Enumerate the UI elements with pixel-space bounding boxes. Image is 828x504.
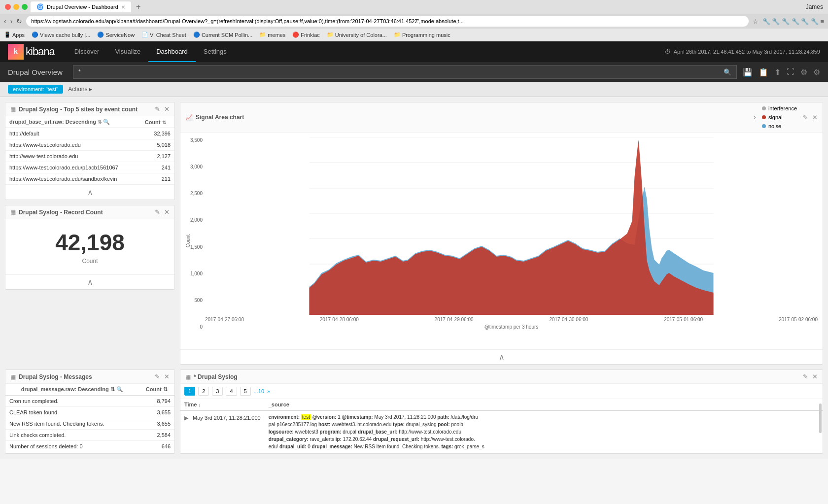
kibana-navbar: k kibana Discover Visualize Dashboard Se… <box>0 41 828 62</box>
bookmark-memes[interactable]: 📁 memes <box>259 32 285 38</box>
active-filter[interactable]: environment: "test" <box>8 85 63 94</box>
refresh-button[interactable]: ↻ <box>16 17 22 25</box>
env-highlight: test <box>301 414 311 420</box>
syslog-pencil-icon[interactable]: ✎ <box>803 373 808 380</box>
nav-dashboard[interactable]: Dashboard <box>148 41 196 62</box>
settings-icon[interactable]: ⚙ <box>800 67 807 77</box>
sort-icon[interactable]: ⇅ <box>98 119 102 125</box>
count-cell: 8,794 <box>138 396 174 407</box>
msg-sort-icon[interactable]: ⇅ <box>110 386 115 392</box>
back-button[interactable]: ‹ <box>4 17 6 25</box>
legend-noise: noise <box>762 123 797 129</box>
signal-chart-header: 📈 Signal Area chart › interference signa… <box>180 102 823 133</box>
msg-count-header[interactable]: Count ⇅ <box>138 384 174 396</box>
chart-area: 3,500 3,000 2,500 2,000 1,500 1,000 500 … <box>180 133 823 349</box>
nav-visualize[interactable]: Visualize <box>107 41 148 62</box>
options-icon[interactable]: ⚙ <box>813 67 820 77</box>
collapse-record-count[interactable]: ∧ <box>5 274 174 289</box>
url-input[interactable] <box>26 16 748 27</box>
expand-row-icon[interactable]: ▶ <box>184 415 188 421</box>
count-cell: 646 <box>138 441 174 452</box>
nav-discover[interactable]: Discover <box>67 41 107 62</box>
chart-pencil-icon[interactable]: ✎ <box>803 114 808 121</box>
messages-close-icon[interactable]: ✕ <box>164 373 170 380</box>
panel-grid-icon: ▦ <box>10 106 16 113</box>
bookmark-views-cache[interactable]: 🔵 Views cache bully |... <box>32 32 90 38</box>
msg-count-sort[interactable]: ⇅ <box>163 386 168 392</box>
music-icon: 📁 <box>394 32 401 38</box>
bookmark-vi-cheat-sheet[interactable]: 📄 Vi Cheat Sheet <box>141 32 186 38</box>
count-value: 42,198 <box>15 229 165 256</box>
collapse-chart[interactable]: ∧ <box>180 349 823 364</box>
next-page-button[interactable]: » <box>267 388 270 394</box>
page-2-button[interactable]: 2 <box>198 387 209 396</box>
dashboard-search-input[interactable] <box>78 68 724 75</box>
bookmark-apps[interactable]: 📱 Apps <box>4 32 25 38</box>
new-tab-button[interactable]: + <box>136 2 140 11</box>
legend-interference: interference <box>762 105 797 111</box>
url-column-header[interactable]: drupal_base_url.raw: Descending ⇅ 🔍 <box>5 116 141 128</box>
noise-dot <box>762 124 766 128</box>
maximize-button[interactable] <box>22 4 28 10</box>
close-panel-icon[interactable]: ✕ <box>164 105 170 113</box>
count-sort-icon[interactable]: ⇅ <box>162 120 166 125</box>
top-sites-title: Drupal Syslog - Top 5 sites by event cou… <box>19 106 155 113</box>
messages-title: Drupal Syslog - Messages <box>19 373 155 380</box>
message-col-header[interactable]: drupal_message.raw: Descending ⇅ 🔍 <box>5 384 138 396</box>
table-row: Link checks completed. 2,584 <box>5 430 174 441</box>
save-dashboard-icon[interactable]: 💾 <box>743 67 753 77</box>
close-button[interactable] <box>5 4 11 10</box>
x-label-0: 2017-04-27 06:00 <box>205 317 244 322</box>
kibana-logo[interactable]: k kibana <box>8 44 55 60</box>
pencil-icon[interactable]: ✎ <box>155 105 160 113</box>
y-label-0: 0 <box>200 324 203 330</box>
fullscreen-icon[interactable]: ⛶ <box>787 67 794 77</box>
minimize-button[interactable] <box>13 4 19 10</box>
page-10-button[interactable]: ...10 <box>254 388 264 394</box>
tab-close-icon[interactable]: ✕ <box>121 4 125 10</box>
bookmark-servicenow[interactable]: 🔵 ServiceNow <box>97 32 135 38</box>
forward-button[interactable]: › <box>10 17 13 25</box>
share-icon[interactable]: ⬆ <box>774 67 781 77</box>
dashboard-search-bar[interactable]: 🔍 <box>73 65 737 79</box>
chart-close-icon[interactable]: ✕ <box>812 114 818 121</box>
collapse-top-sites[interactable]: ∧ <box>5 185 174 200</box>
apps-icon: 📱 <box>4 32 11 38</box>
messages-pencil-icon[interactable]: ✎ <box>155 373 160 380</box>
table-row: http://www-test.colorado.edu 2,127 <box>5 151 174 162</box>
page-5-button[interactable]: 5 <box>240 387 251 396</box>
bookmark-frinkiac[interactable]: 🔴 Frinkiac <box>292 32 320 38</box>
messages-panel-icon: ▦ <box>10 373 16 380</box>
y-label-3500: 3,500 <box>190 137 203 143</box>
page-3-button[interactable]: 3 <box>212 387 223 396</box>
pencil-icon2[interactable]: ✎ <box>155 208 160 216</box>
scrollbar-indicator[interactable] <box>819 403 822 433</box>
y-label-500: 500 <box>194 298 203 303</box>
page-4-button[interactable]: 4 <box>226 387 237 396</box>
actions-button[interactable]: Actions ▸ <box>68 86 92 93</box>
bookmark-programming-music[interactable]: 📁 Programming music <box>394 32 450 38</box>
syslog-row: ▶ May 3rd 2017, 11:28:21.000 environment… <box>180 410 823 453</box>
time-column-header[interactable]: Time ↓ <box>180 399 265 410</box>
bookmark-university[interactable]: 📁 University of Colora... <box>327 32 387 38</box>
load-icon[interactable]: 📋 <box>759 67 768 77</box>
bottom-area: ▦ Drupal Syslog - Messages ✎ ✕ drupal_me… <box>0 370 828 459</box>
browser-tab[interactable]: 🌀 Drupal Overview - Dashboard ✕ <box>31 1 131 12</box>
legend-toggle-icon[interactable]: › <box>754 113 756 121</box>
messages-actions: ✎ ✕ <box>155 373 170 380</box>
bookmark-scm[interactable]: 🔵 Current SCM Pollin... <box>193 32 252 38</box>
msg-search-icon[interactable]: 🔍 <box>116 386 123 392</box>
kibana-k-icon: k <box>8 44 24 60</box>
source-column-header[interactable]: _source <box>265 399 823 410</box>
nav-settings[interactable]: Settings <box>196 41 235 62</box>
search-filter-icon[interactable]: 🔍 <box>103 119 110 125</box>
message-cell: Cron run completed. <box>5 396 138 407</box>
chart-legend: interference signal noise <box>762 105 797 129</box>
close-panel-icon2[interactable]: ✕ <box>164 208 170 216</box>
time-range-display[interactable]: ⏱ April 26th 2017, 21:46:41.452 to May 3… <box>665 48 820 55</box>
area-chart-svg <box>205 137 818 315</box>
syslog-close-icon[interactable]: ✕ <box>812 373 818 380</box>
count-column-header[interactable]: Count ⇅ <box>141 116 174 128</box>
bookmark-star-icon[interactable]: ☆ <box>753 18 759 25</box>
page-1-button[interactable]: 1 <box>184 387 195 396</box>
